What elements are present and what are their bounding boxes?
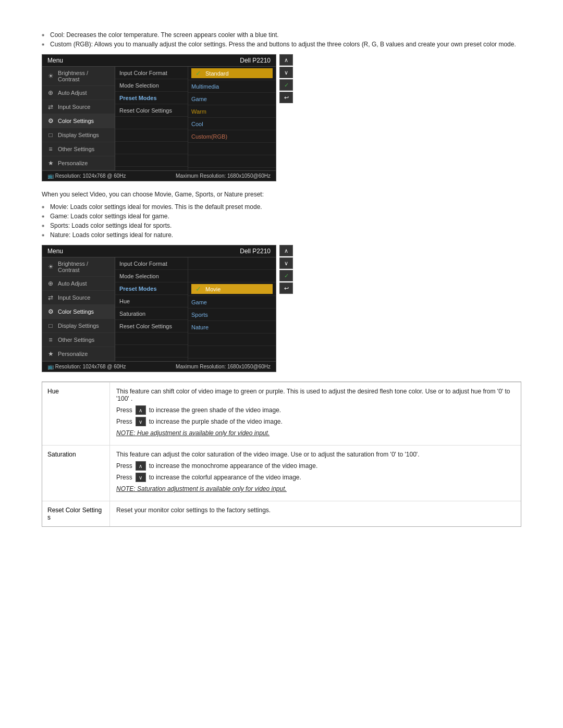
option-multimedia-label: Multimedia — [191, 83, 219, 90]
sidebar-display-label-1: Display Settings — [58, 132, 99, 138]
sidebar-inputsource-2[interactable]: ⇄ Input Source — [42, 291, 115, 305]
option-warm[interactable]: Warm — [188, 105, 276, 118]
up-icon-sat[interactable]: ∧ — [136, 461, 146, 471]
bullet-nature: Nature: Loads color settings ideal for n… — [42, 231, 521, 239]
sidebar-colorsettings-1[interactable]: ⚙ Color Settings — [42, 114, 115, 128]
video-intro: When you select Video, you can choose Mo… — [42, 191, 521, 198]
bullet-custom-rgb: Custom (RGB): Allows you to manually adj… — [42, 41, 521, 48]
nav-back-2[interactable]: ↩ — [279, 282, 293, 294]
option-standard[interactable]: ✓ Standard — [188, 67, 276, 80]
sidebar-colorsettings-2[interactable]: ⚙ Color Settings — [42, 305, 115, 319]
option-cool[interactable]: Cool — [188, 118, 276, 130]
model-label-1: Dell P2210 — [240, 57, 271, 64]
option-customrgb[interactable]: Custom(RGB) — [188, 130, 276, 143]
option2-sports[interactable]: Sports — [188, 309, 276, 321]
sidebar-display-label-2: Display Settings — [58, 323, 99, 329]
nav-back-1[interactable]: ↩ — [279, 92, 293, 103]
monitor-footer-1: 📺 Resolution: 1024x768 @ 60Hz Maximum Re… — [42, 170, 276, 181]
nav-check-1[interactable]: ✓ — [279, 79, 293, 91]
sidebar-autoadjust-label-1: Auto Adjust — [58, 90, 87, 96]
option2-game[interactable]: Game — [188, 296, 276, 309]
inputsource-icon-2: ⇄ — [46, 294, 55, 301]
monitor-ui-2: Menu Dell P2210 ☀ Brightness / Contrast … — [42, 245, 521, 372]
footer-res-2: 📺 Resolution: 1024x768 @ 60Hz — [47, 364, 126, 369]
bullet-game: Game: Loads color settings ideal for gam… — [42, 213, 521, 220]
option2-blank-0 — [188, 257, 276, 270]
monitor-ui-1: Menu Dell P2210 ☀ Brightness / Contrast … — [42, 54, 521, 181]
middle-row2-2: Preset Modes — [115, 283, 188, 294]
middle-row-7-1 — [115, 158, 188, 163]
section-reset-label: Reset Color Settings — [42, 501, 110, 526]
option2-movie[interactable]: ✓ Movie — [188, 282, 276, 296]
middle-col-1: Input Color Format Mode Selection Preset… — [115, 67, 188, 170]
option-multimedia[interactable]: Multimedia — [188, 80, 276, 93]
display-icon-2: □ — [46, 322, 55, 329]
option-blank-1 — [188, 143, 276, 155]
saturation-up-text: to increase the monochrome appearance of… — [149, 462, 318, 470]
option2-movie-label: ✓ Movie — [191, 284, 273, 294]
top-bullet-list: Cool: Decreases the color temperature. T… — [42, 31, 521, 48]
option2-nature[interactable]: Nature — [188, 321, 276, 334]
sidebar-1: ☀ Brightness / Contrast ⊕ Auto Adjust ⇄ … — [42, 67, 115, 170]
option-blank-2 — [188, 155, 276, 168]
res-icon-1: 📺 — [47, 173, 54, 179]
personalize-icon-1: ★ — [46, 159, 55, 167]
menu-label-1: Menu — [47, 57, 63, 64]
nav-down-1[interactable]: ∨ — [279, 67, 293, 78]
sections-table: Hue This feature can shift color of vide… — [42, 381, 521, 527]
press-label-hue-up: Press — [116, 406, 132, 414]
colorsettings-icon-1: ⚙ — [46, 117, 55, 125]
down-icon-hue[interactable]: ∨ — [136, 417, 146, 426]
sidebar-other-1[interactable]: ≡ Other Settings — [42, 142, 115, 156]
sidebar-other-label-1: Other Settings — [58, 146, 94, 152]
option-customrgb-label: Custom(RGB) — [191, 133, 227, 140]
down-icon-sat[interactable]: ∨ — [136, 473, 146, 482]
option2-blank-3 — [188, 346, 276, 359]
sidebar-display-2[interactable]: □ Display Settings — [42, 319, 115, 333]
brightness-icon-1: ☀ — [46, 72, 55, 80]
section-hue: Hue This feature can shift color of vide… — [42, 382, 521, 445]
press-label-hue-down: Press — [116, 418, 132, 425]
personalize-icon-2: ★ — [46, 350, 55, 357]
sidebar-personalize-2[interactable]: ★ Personalize — [42, 347, 115, 361]
press-label-sat-down: Press — [116, 474, 132, 481]
up-icon-hue[interactable]: ∧ — [136, 405, 146, 415]
sidebar-display-1[interactable]: □ Display Settings — [42, 128, 115, 142]
nav-down-2[interactable]: ∨ — [279, 257, 293, 269]
saturation-press-up: Press ∧ to increase the monochrome appea… — [116, 461, 515, 471]
hue-up-text: to increase the green shade of the video… — [149, 406, 282, 414]
press-label-sat-up: Press — [116, 462, 132, 470]
monitor-header-1: Menu Dell P2210 — [42, 55, 276, 67]
checkmark-standard: ✓ — [195, 69, 201, 77]
middle-row-6-1 — [115, 146, 188, 150]
option-standard-label: ✓ Standard — [191, 68, 273, 78]
autoadjust-icon-2: ⊕ — [46, 280, 55, 287]
hue-note: NOTE: Hue adjustment is available only f… — [116, 429, 515, 437]
res-icon-2: 📺 — [47, 364, 54, 369]
option2-game-label: Game — [191, 299, 207, 305]
checkmark-movie: ✓ — [195, 285, 201, 293]
option-game-1[interactable]: Game — [188, 93, 276, 105]
sidebar-personalize-1[interactable]: ★ Personalize — [42, 156, 115, 170]
sidebar-other-2[interactable]: ≡ Other Settings — [42, 333, 115, 347]
hue-press-down: Press ∨ to increase the purple shade of … — [116, 417, 515, 426]
middle-row-2-1: Preset Modes — [115, 93, 188, 103]
nav-up-2[interactable]: ∧ — [279, 245, 293, 256]
option-game-1-label: Game — [191, 96, 207, 102]
option2-blank-2 — [188, 334, 276, 346]
sidebar-inputsource-1[interactable]: ⇄ Input Source — [42, 100, 115, 114]
middle-row2-5: Reset Color Settings — [115, 321, 188, 331]
bullet-movie: Movie: Loads color settings ideal for mo… — [42, 203, 521, 211]
sidebar-autoadjust-label-2: Auto Adjust — [58, 280, 87, 287]
right-col-2: ✓ Movie Game Sports Nature — [188, 257, 276, 361]
monitor-footer-2: 📺 Resolution: 1024x768 @ 60Hz Maximum Re… — [42, 361, 276, 372]
sidebar-brightness-2[interactable]: ☀ Brightness / Contrast — [42, 257, 115, 277]
middle-row-5-1 — [115, 133, 188, 138]
sidebar-brightness-1[interactable]: ☀ Brightness / Contrast — [42, 67, 115, 86]
nav-buttons-2: ∧ ∨ ✓ ↩ — [279, 245, 293, 294]
nav-check-2[interactable]: ✓ — [279, 270, 293, 281]
sidebar-autoadjust-2[interactable]: ⊕ Auto Adjust — [42, 277, 115, 291]
saturation-intro: This feature can adjust the color satura… — [116, 451, 515, 458]
nav-up-1[interactable]: ∧ — [279, 54, 293, 66]
sidebar-autoadjust-1[interactable]: ⊕ Auto Adjust — [42, 86, 115, 100]
